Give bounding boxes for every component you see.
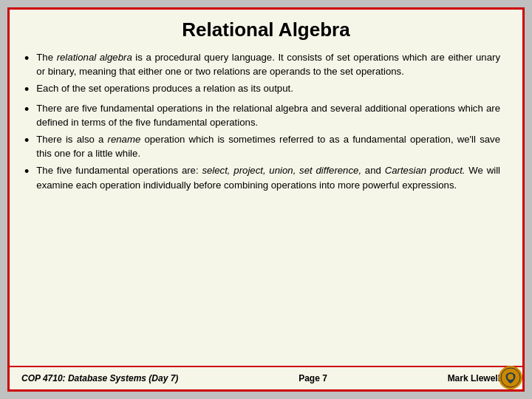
bullet-dot-3: • [24, 102, 29, 118]
footer-course: COP 4710: Database Systems (Day 7) [21, 373, 178, 383]
bullet-dot-5: • [24, 164, 29, 180]
footer-page: Page 7 [299, 373, 327, 383]
bullet-dot-1: • [24, 51, 29, 67]
bullet-text-5: The five fundamental operations are: sel… [36, 163, 500, 191]
slide: Relational Algebra • The relational alge… [7, 7, 525, 392]
slide-footer: COP 4710: Database Systems (Day 7) Page … [10, 366, 522, 389]
slide-title: Relational Algebra [10, 10, 522, 47]
svg-point-1 [508, 374, 514, 380]
bullet-item-1: • The relational algebra is a procedural… [24, 50, 500, 78]
bullet-text-3: There are five fundamental operations in… [36, 101, 500, 129]
bullet-item-3: • There are five fundamental operations … [24, 101, 500, 129]
bullet-text-2: Each of the set operations produces a re… [36, 81, 500, 95]
slide-content: • The relational algebra is a procedural… [10, 47, 522, 366]
bullet-text-4: There is also a rename operation which i… [36, 132, 500, 160]
bullet-dot-2: • [24, 82, 29, 98]
logo-circle [499, 366, 522, 389]
bullet-item-2: • Each of the set operations produces a … [24, 81, 500, 98]
term-operations-list: select, project, union, set difference, [202, 165, 361, 176]
term-relational-algebra: relational algebra [57, 52, 132, 63]
bullet-dot-4: • [24, 133, 29, 149]
ucf-logo [499, 366, 522, 389]
bullet-text-1: The relational algebra is a procedural q… [36, 50, 500, 78]
bullet-item-4: • There is also a rename operation which… [24, 132, 500, 160]
term-cartesian: Cartesian product. [385, 165, 466, 176]
term-rename: rename [108, 134, 141, 145]
bullet-item-5: • The five fundamental operations are: s… [24, 163, 500, 191]
